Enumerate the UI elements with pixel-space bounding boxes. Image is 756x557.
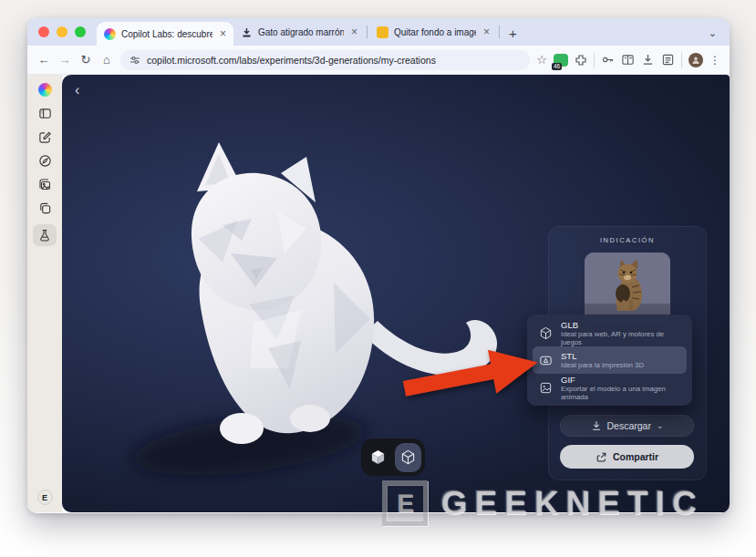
sidebar-panel-icon[interactable] bbox=[37, 106, 53, 121]
extension-badge: 46 bbox=[552, 63, 562, 70]
red-annotation-arrow bbox=[401, 344, 545, 400]
minimize-window-icon[interactable] bbox=[57, 26, 67, 37]
prompt-label: INDICACIÓN bbox=[549, 236, 706, 244]
reading-list-icon[interactable] bbox=[621, 53, 635, 67]
new-tab-button[interactable]: + bbox=[509, 26, 517, 41]
tabby-cat-photo bbox=[585, 253, 670, 322]
sidebar-profile-avatar[interactable]: E bbox=[37, 490, 53, 505]
download-icon bbox=[591, 420, 602, 431]
traffic-lights bbox=[38, 18, 86, 46]
extensions-puzzle-icon[interactable] bbox=[575, 54, 587, 67]
export-format-menu: GLB Ideal para web, AR y motores de jueg… bbox=[527, 315, 692, 406]
labs-item-active[interactable] bbox=[33, 224, 57, 246]
bg-remover-favicon-icon bbox=[377, 26, 388, 38]
forward-button[interactable]: → bbox=[57, 53, 72, 67]
browser-menu-dots-icon[interactable]: ⋮ bbox=[709, 54, 720, 67]
wireframe-cube-icon bbox=[400, 449, 416, 465]
tab-gato-atigrado[interactable]: Gato atigrado marrón en esc × bbox=[233, 18, 365, 46]
export-option-label: STL bbox=[561, 351, 644, 361]
export-option-description: Ideal para la impresión 3D bbox=[561, 361, 644, 369]
copilot-sidebar: E bbox=[27, 75, 62, 512]
tab-copilot-labs[interactable]: Copilot Labs: descubre inicia × bbox=[97, 22, 233, 46]
tab-separator bbox=[367, 26, 368, 38]
prompt-image-thumbnail bbox=[585, 253, 670, 322]
passwords-key-icon[interactable] bbox=[601, 53, 615, 67]
toolbar-divider bbox=[594, 53, 595, 67]
share-icon bbox=[595, 451, 607, 463]
tab-close-icon[interactable]: × bbox=[483, 26, 490, 38]
export-option-label: GIF bbox=[561, 375, 680, 385]
url-text: copilot.microsoft.com/labs/experiments/3… bbox=[147, 55, 436, 66]
view-mode-toolbar bbox=[361, 438, 425, 476]
media-images-icon[interactable] bbox=[37, 177, 53, 192]
export-option-description: Exportar el modelo a una imagen animada bbox=[561, 385, 680, 401]
tab-title: Copilot Labs: descubre inicia bbox=[121, 29, 212, 39]
downloads-icon[interactable] bbox=[641, 53, 655, 67]
site-settings-tune-icon[interactable] bbox=[129, 55, 140, 66]
zoom-window-icon[interactable] bbox=[75, 26, 86, 37]
share-label: Compartir bbox=[613, 451, 658, 462]
tab-separator bbox=[499, 26, 500, 38]
copilot-favicon-icon bbox=[104, 28, 116, 40]
download-label: Descargar bbox=[607, 420, 651, 431]
wireframe-view-button[interactable] bbox=[395, 443, 422, 472]
discover-compass-icon[interactable] bbox=[37, 153, 53, 169]
tab-search-chevron-icon[interactable]: ⌄ bbox=[709, 27, 717, 39]
tab-title: Quitar fondo a imagenes onli bbox=[394, 27, 476, 37]
tab-title: Gato atigrado marrón en esc bbox=[258, 27, 344, 37]
back-button[interactable]: ← bbox=[36, 53, 51, 67]
glb-cube-icon bbox=[539, 326, 553, 340]
tab-strip: Copilot Labs: descubre inicia × Gato ati… bbox=[27, 18, 730, 46]
download-chevron-icon: ⌄ bbox=[657, 421, 664, 430]
export-option-description: Ideal para web, AR y motores de juegos bbox=[561, 330, 680, 346]
export-option-stl[interactable]: STL Ideal para la impresión 3D bbox=[533, 346, 687, 374]
compose-icon[interactable] bbox=[37, 129, 53, 145]
close-window-icon[interactable] bbox=[38, 26, 49, 37]
download-button[interactable]: Descargar ⌄ bbox=[560, 415, 694, 437]
notes-list-icon[interactable] bbox=[661, 53, 675, 67]
reload-button[interactable]: ↻ bbox=[78, 53, 93, 67]
export-option-label: GLB bbox=[561, 320, 680, 330]
solid-view-button[interactable] bbox=[365, 443, 392, 472]
bookmark-star-icon[interactable]: ☆ bbox=[536, 53, 547, 67]
export-option-glb[interactable]: GLB Ideal para web, AR y motores de jueg… bbox=[533, 319, 687, 346]
adblock-extension-icon[interactable]: 46 bbox=[554, 54, 568, 67]
share-button[interactable]: Compartir bbox=[560, 445, 694, 469]
browser-window: Copilot Labs: descubre inicia × Gato ati… bbox=[27, 18, 730, 513]
tab-close-icon[interactable]: × bbox=[220, 27, 226, 40]
url-bar[interactable]: copilot.microsoft.com/labs/experiments/3… bbox=[120, 50, 530, 70]
copilot-logo-icon[interactable] bbox=[37, 82, 53, 98]
pages-copy-icon[interactable] bbox=[37, 201, 53, 216]
labs-flask-icon bbox=[38, 229, 51, 242]
export-option-gif[interactable]: GIF Exportar el modelo a una imagen anim… bbox=[533, 374, 687, 401]
toolbar-divider bbox=[681, 53, 682, 67]
tab-quitar-fondo[interactable]: Quitar fondo a imagenes onli × bbox=[369, 18, 497, 46]
home-button[interactable]: ⌂ bbox=[99, 53, 114, 67]
3d-viewer[interactable]: ‹ bbox=[62, 75, 730, 512]
solid-cube-icon bbox=[370, 449, 386, 465]
tab-close-icon[interactable]: × bbox=[351, 26, 357, 38]
download-favicon-icon bbox=[241, 26, 253, 38]
screenshot-stage: Copilot Labs: descubre inicia × Gato ati… bbox=[0, 0, 756, 557]
browser-toolbar: ← → ↻ ⌂ copilot.microsoft.com/labs/exper… bbox=[27, 46, 730, 75]
window-body: E ‹ bbox=[27, 75, 730, 512]
profile-avatar[interactable] bbox=[689, 53, 703, 67]
